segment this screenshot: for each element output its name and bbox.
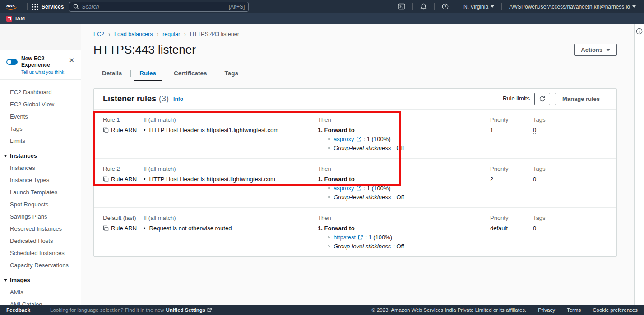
sidebar-item-ec2-global-view[interactable]: EC2 Global View <box>0 98 81 110</box>
tab-tags[interactable]: Tags <box>216 66 247 81</box>
rule-condition: HTTP Host Header is httpstest.lightwingt… <box>149 176 275 183</box>
region-selector[interactable]: N. Virginia <box>461 4 497 10</box>
refresh-icon <box>539 96 546 102</box>
footer: Feedback Looking for language selection?… <box>0 305 644 315</box>
sidebar-item-scheduled-instances[interactable]: Scheduled Instances <box>0 247 81 259</box>
feedback-button[interactable]: Feedback <box>6 307 30 313</box>
new-experience-box: New EC2 Experience Tell us what you thin… <box>0 50 81 80</box>
rule-tags-cell: Tags 0 <box>533 215 616 250</box>
if-column-header: If (all match) <box>144 116 318 123</box>
sidebar-item-ami-catalog[interactable]: AMI Catalog <box>0 298 81 305</box>
unified-settings-link[interactable]: Unified Settings <box>166 307 206 313</box>
sidebar-item-limits[interactable]: Limits <box>0 135 81 147</box>
tags-count-link[interactable]: 0 <box>533 225 536 232</box>
search-input[interactable] <box>82 4 226 10</box>
manage-rules-button[interactable]: Manage rules <box>555 93 607 105</box>
forward-label: Forward to <box>324 127 354 133</box>
sidebar-item-amis[interactable]: AMIs <box>0 286 81 298</box>
help-button[interactable]: ? <box>439 3 451 10</box>
stickiness-label: Group-level stickiness <box>334 194 391 201</box>
main-content: EC2 › Load balancers › regular › HTTPS:4… <box>81 24 634 305</box>
external-link-icon <box>358 235 363 240</box>
services-label: Services <box>42 4 64 10</box>
privacy-link[interactable]: Privacy <box>538 307 555 313</box>
tags-count-link[interactable]: 0 <box>533 176 536 183</box>
actions-button[interactable]: Actions <box>574 44 617 56</box>
notifications-button[interactable] <box>417 3 430 10</box>
chevron-down-icon <box>4 279 7 282</box>
sidebar-item-events[interactable]: Events <box>0 110 81 123</box>
breadcrumb-load-balancers[interactable]: Load balancers <box>114 31 153 37</box>
rule-arn-copy[interactable]: Rule ARN <box>103 176 144 183</box>
sidebar-item-instance-types[interactable]: Instance Types <box>0 174 81 186</box>
forward-label: Forward to <box>324 225 354 232</box>
rule-condition: Request is not otherwise routed <box>149 225 232 232</box>
sidebar-item-instances[interactable]: Instances <box>0 162 81 174</box>
divider <box>501 3 502 10</box>
stickiness-label: Group-level stickiness <box>334 243 391 250</box>
tab-certificates[interactable]: Certificates <box>165 66 216 81</box>
circle-bullet <box>328 147 330 149</box>
rule-if-cell: If (all match) •HTTP Host Header is http… <box>144 116 318 151</box>
sidebar-item-reserved-instances[interactable]: Reserved Instances <box>0 223 81 235</box>
refresh-button[interactable] <box>534 93 550 105</box>
account-menu[interactable]: AWSPowerUserAccess/navaneeth.kn@harness.… <box>506 4 639 10</box>
page-header: HTTPS:443 listener Actions <box>93 43 617 57</box>
sidebar-item-launch-templates[interactable]: Launch Templates <box>0 186 81 198</box>
target-weight: : 1 (100%) <box>364 136 391 142</box>
sidebar-item-savings-plans[interactable]: Savings Plans <box>0 210 81 223</box>
copy-icon <box>103 176 109 182</box>
rule-name-cell: Rule 1 Rule ARN <box>103 116 144 151</box>
close-icon[interactable]: ✕ <box>67 55 76 65</box>
target-group-link[interactable]: asproxy <box>334 136 354 142</box>
tab-rules[interactable]: Rules <box>131 66 165 81</box>
breadcrumb-ec2[interactable]: EC2 <box>93 31 104 37</box>
priority-column-header: Priority <box>490 116 533 123</box>
rule-then-cell: Then 1. Forward to asproxy : 1 (100%) <box>318 116 490 151</box>
rule-row-1: Rule 1 Rule ARN If (all match) •HTTP Hos… <box>94 110 616 159</box>
chevron-down-icon <box>491 5 494 8</box>
services-menu-button[interactable]: Services <box>32 4 64 10</box>
language-selection-note: Looking for language selection? Find it … <box>50 307 212 313</box>
tab-details[interactable]: Details <box>93 66 130 81</box>
breadcrumb-regular[interactable]: regular <box>162 31 180 37</box>
sidebar-item-spot-requests[interactable]: Spot Requests <box>0 198 81 210</box>
target-group-link[interactable]: asproxy <box>334 185 354 192</box>
chevron-down-icon <box>4 155 7 157</box>
global-search[interactable]: [Alt+S] <box>69 2 249 12</box>
sidebar-item-dedicated-hosts[interactable]: Dedicated Hosts <box>0 235 81 247</box>
rule-condition: HTTP Host Header is httpstest1.lightwing… <box>149 127 279 133</box>
sidebar-item-capacity-reservations[interactable]: Capacity Reservations <box>0 259 81 271</box>
sidebar-item-ec2-dashboard[interactable]: EC2 Dashboard <box>0 86 81 98</box>
chevron-right-icon: › <box>157 31 158 38</box>
new-experience-toggle[interactable] <box>6 59 18 65</box>
rule-priority-cell: Priority default <box>490 215 533 250</box>
rule-tags-cell: Tags 0 <box>533 116 616 151</box>
tags-count-link[interactable]: 0 <box>533 127 536 134</box>
sidebar-item-tags[interactable]: Tags <box>0 123 81 135</box>
rule-arn-copy[interactable]: Rule ARN <box>103 127 144 133</box>
rule-arn-copy[interactable]: Rule ARN <box>103 225 144 232</box>
sidebar-section-images[interactable]: Images <box>0 271 81 286</box>
aws-logo[interactable]: aws <box>5 3 18 11</box>
cloudshell-button[interactable] <box>395 3 408 10</box>
target-group-link[interactable]: httpstest <box>334 234 356 241</box>
aws-logo-icon: aws <box>5 3 18 11</box>
rule-limits-link[interactable]: Rule limits <box>503 95 530 103</box>
priority-value: default <box>490 225 533 232</box>
feedback-link[interactable]: Tell us what you think <box>21 70 67 75</box>
stickiness-label: Group-level stickiness <box>334 145 391 151</box>
info-icon[interactable] <box>636 28 643 35</box>
info-link[interactable]: Info <box>173 96 183 102</box>
cookie-preferences-link[interactable]: Cookie preferences <box>593 307 638 313</box>
terms-link[interactable]: Terms <box>567 307 581 313</box>
rule-then-cell: Then 1. Forward to asproxy : 1 (100%) <box>318 165 490 201</box>
top-navigation-bar: aws Services [Alt+S] <box>0 0 644 13</box>
if-column-header: If (all match) <box>144 215 318 221</box>
chevron-right-icon: › <box>184 31 186 38</box>
top-nav-right: ? N. Virginia AWSPowerUserAccess/navanee… <box>395 3 639 10</box>
search-icon <box>73 4 79 9</box>
favorite-iam-link[interactable]: IAM <box>15 16 25 21</box>
account-label: AWSPowerUserAccess/navaneeth.kn@harness.… <box>509 4 630 10</box>
sidebar-section-instances[interactable]: Instances <box>0 147 81 162</box>
